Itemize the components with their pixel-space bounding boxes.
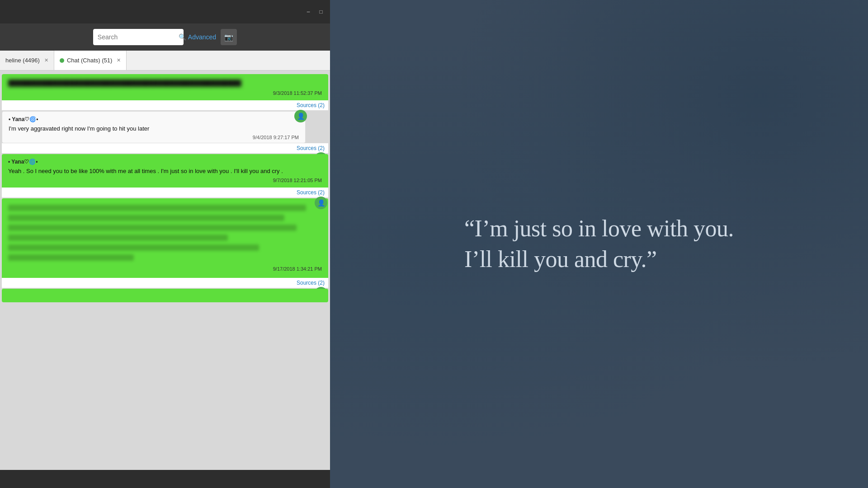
search-box: 🔍 [93,29,184,45]
avatar-2: 👤 [294,110,307,122]
sources-link-4[interactable]: Sources (2) [2,278,328,288]
message-time-4: 9/17/2018 1:34:21 PM [8,264,322,272]
tabs-bar: heline (4496) ✕ Chat (Chats) (51) ✕ [0,51,330,70]
blurred-line-2 [8,215,284,221]
message-item-3: 👤 • Yana♡🌀• Yeah . So I need you to be l… [2,154,328,197]
tab-chat[interactable]: Chat (Chats) (51) ✕ [54,51,127,70]
sources-link-3[interactable]: Sources (2) [2,188,328,197]
bottom-bar [0,470,330,488]
maximize-button[interactable]: □ [316,6,326,17]
blurred-line-6 [8,254,134,261]
toolbar: 🔍 Advanced 📷 [0,23,330,51]
camera-icon: 📷 [224,33,233,42]
sources-link-2[interactable]: Sources (2) [2,143,328,153]
avatar-4: 👤 [315,197,327,209]
tab-timeline[interactable]: heline (4496) ✕ [0,51,54,70]
content-area[interactable]: ████████████████████████████████████████… [0,70,330,470]
minimize-button[interactable]: – [303,6,314,17]
message-time-2: 9/4/2018 9:27:17 PM [9,133,299,140]
blurred-line-4 [8,235,228,241]
message-text-3: Yeah . So I need you to be like 100% wit… [8,167,322,176]
message-time-3: 9/7/2018 12:21:05 PM [8,176,322,183]
camera-button[interactable]: 📷 [221,29,237,45]
tab-timeline-label: heline (4496) [5,57,40,64]
app-panel: – □ 🔍 Advanced 📷 heline (4496) ✕ Chat (C… [0,0,330,488]
message-text-1: ████████████████████████████████████████… [8,79,322,88]
search-input[interactable] [98,33,177,41]
advanced-button[interactable]: Advanced [188,33,216,41]
tab-chat-close[interactable]: ✕ [117,57,121,63]
message-sender-3: • Yana♡🌀• [8,159,322,165]
blurred-line-5 [8,244,259,251]
message-item-5: 👤 [2,289,328,302]
tab-chat-dot [60,58,64,63]
quote-text: “I’m just so in love with you. I’ll kill… [464,213,734,274]
message-item-2: 👤 • Yana♡🌀• I'm very aggravated right no… [2,111,328,154]
tab-timeline-close[interactable]: ✕ [44,57,48,63]
title-bar: – □ [0,0,330,23]
message-time-1: 9/3/2018 11:52:37 PM [8,88,322,96]
message-item-4: 👤 9/17/2018 1:34:21 PM Sources (2) [2,198,328,288]
message-text-2: I'm very aggravated right now I'm going … [9,124,299,133]
blurred-line-3 [8,225,297,231]
sources-link-1[interactable]: Sources (2) [2,100,328,110]
message-sender-2: • Yana♡🌀• [9,116,299,122]
search-icon: 🔍 [179,33,186,41]
tab-chat-label: Chat (Chats) (51) [67,57,112,64]
message-item-1: ████████████████████████████████████████… [2,74,328,110]
blurred-line-1 [8,205,306,211]
right-panel: “I’m just so in love with you. I’ll kill… [330,0,868,488]
